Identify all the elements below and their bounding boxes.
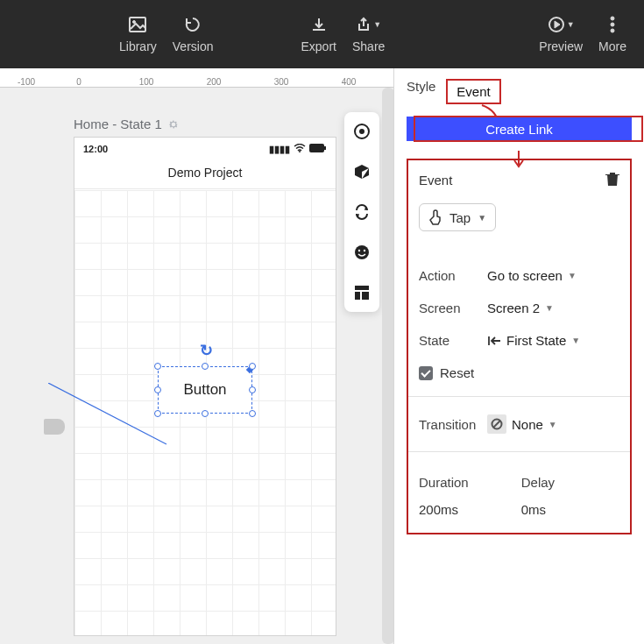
action-value: Go to screen — [487, 268, 563, 283]
download-icon — [311, 15, 327, 34]
horizontal-ruler: -100 0 100 200 300 400 — [0, 68, 393, 88]
version-button[interactable]: Version — [173, 15, 214, 53]
chevron-down-icon: ▼ — [548, 420, 557, 429]
resize-handle[interactable] — [249, 363, 256, 370]
canvas-scrollbar[interactable] — [382, 88, 394, 644]
device-statusbar: 12:00 ▮▮▮▮ — [74, 138, 336, 160]
svg-point-4 — [611, 23, 614, 26]
cube-icon[interactable] — [351, 161, 372, 182]
reset-label: Reset — [440, 365, 474, 380]
gear-icon — [167, 118, 180, 131]
screen-label: Screen — [419, 301, 487, 315]
chevron-down-icon: ▼ — [571, 336, 580, 345]
duration-label: Duration — [419, 475, 469, 490]
floating-toolbar — [344, 112, 379, 312]
ruler-tick: 300 — [274, 77, 289, 87]
svg-rect-8 — [324, 146, 326, 150]
tab-event[interactable]: Event — [446, 79, 500, 104]
more-icon — [610, 15, 615, 34]
no-transition-icon — [487, 414, 506, 434]
ruler-tick: 400 — [342, 77, 357, 87]
more-label: More — [598, 39, 626, 53]
top-toolbar: Library Version Export ▼ Share ▼ P — [0, 0, 644, 68]
trigger-value: Tap — [449, 210, 471, 225]
svg-point-3 — [611, 17, 614, 20]
annotation-box — [414, 116, 643, 142]
divider — [408, 396, 630, 397]
canvas-area[interactable]: -100 0 100 200 300 400 Home - State 1 12… — [0, 68, 394, 644]
transition-value: None — [512, 417, 543, 432]
page-title[interactable]: Home - State 1 — [74, 117, 180, 131]
library-button[interactable]: Library — [119, 15, 157, 53]
chevron-down-icon: ▼ — [568, 271, 577, 280]
svg-rect-17 — [362, 292, 369, 300]
canvas-label-tag[interactable] — [44, 419, 65, 435]
svg-point-5 — [611, 29, 614, 32]
library-label: Library — [119, 39, 157, 53]
svg-rect-16 — [355, 292, 360, 300]
delay-label: Delay — [521, 475, 555, 490]
svg-point-14 — [364, 250, 365, 251]
resize-handle[interactable] — [249, 386, 256, 393]
reset-checkbox[interactable]: Reset — [419, 365, 619, 380]
ruler-tick: -100 — [18, 77, 35, 87]
layout-icon[interactable] — [351, 282, 372, 303]
smiley-icon[interactable] — [351, 242, 372, 263]
inspector-panel: Style Event Create Link Event Tap ▼ — [394, 68, 644, 644]
tab-style[interactable]: Style — [407, 79, 435, 94]
svg-rect-7 — [309, 144, 324, 152]
target-icon[interactable] — [351, 121, 372, 142]
divider — [408, 451, 630, 452]
ruler-tick: 200 — [207, 77, 222, 87]
svg-point-6 — [299, 151, 301, 152]
resize-handle[interactable] — [154, 410, 161, 417]
more-button[interactable]: More — [598, 15, 626, 53]
trigger-selector[interactable]: Tap ▼ — [419, 203, 496, 231]
signal-icon: ▮▮▮▮ — [269, 144, 290, 155]
device-title: Demo Project — [74, 160, 336, 189]
chevron-down-icon: ▼ — [545, 303, 554, 313]
chevron-down-icon: ▼ — [478, 213, 486, 223]
transition-label: Transition — [419, 417, 487, 432]
event-panel-title: Event — [419, 173, 452, 188]
version-label: Version — [173, 39, 214, 53]
preview-button[interactable]: ▼ Preview — [539, 15, 583, 53]
svg-point-12 — [355, 245, 369, 259]
export-button[interactable]: Export — [301, 15, 336, 53]
wifi-icon — [294, 144, 306, 154]
checkbox-checked-icon — [419, 366, 433, 380]
share-button[interactable]: ▼ Share — [352, 15, 385, 53]
selected-button-widget[interactable]: Button — [158, 366, 252, 414]
ruler-tick: 0 — [76, 77, 81, 87]
ruler-tick: 100 — [139, 77, 154, 87]
screen-value: Screen 2 — [487, 301, 540, 315]
resize-handle[interactable] — [249, 410, 256, 417]
preview-label: Preview — [539, 39, 583, 53]
svg-point-11 — [359, 129, 364, 134]
share-icon: ▼ — [356, 15, 381, 34]
state-label: State — [419, 333, 487, 348]
svg-line-19 — [493, 421, 500, 428]
resize-handle[interactable] — [154, 386, 161, 393]
share-label: Share — [352, 39, 385, 53]
state-selector[interactable]: First State ▼ — [487, 333, 580, 348]
statusbar-time: 12:00 — [83, 144, 108, 154]
device-frame: 12:00 ▮▮▮▮ Demo Project ↻ Button — [74, 137, 336, 636]
action-selector[interactable]: Go to screen ▼ — [487, 268, 577, 283]
svg-point-13 — [358, 250, 360, 251]
create-link-button[interactable]: Create Link — [407, 117, 632, 141]
transition-selector[interactable]: None ▼ — [487, 414, 557, 434]
rotate-icon[interactable]: ↻ — [200, 341, 213, 360]
delay-value[interactable]: 0ms — [521, 502, 555, 517]
screen-selector[interactable]: Screen 2 ▼ — [487, 301, 554, 315]
export-label: Export — [301, 39, 336, 53]
resize-handle[interactable] — [202, 410, 209, 417]
svg-rect-15 — [355, 286, 369, 290]
duration-value[interactable]: 200ms — [419, 502, 469, 517]
resize-handle[interactable] — [202, 363, 209, 370]
delete-event-button[interactable] — [605, 171, 619, 189]
action-label: Action — [419, 268, 487, 283]
sync-icon[interactable] — [351, 202, 372, 223]
resize-handle[interactable] — [154, 363, 161, 370]
state-value: First State — [506, 333, 566, 348]
